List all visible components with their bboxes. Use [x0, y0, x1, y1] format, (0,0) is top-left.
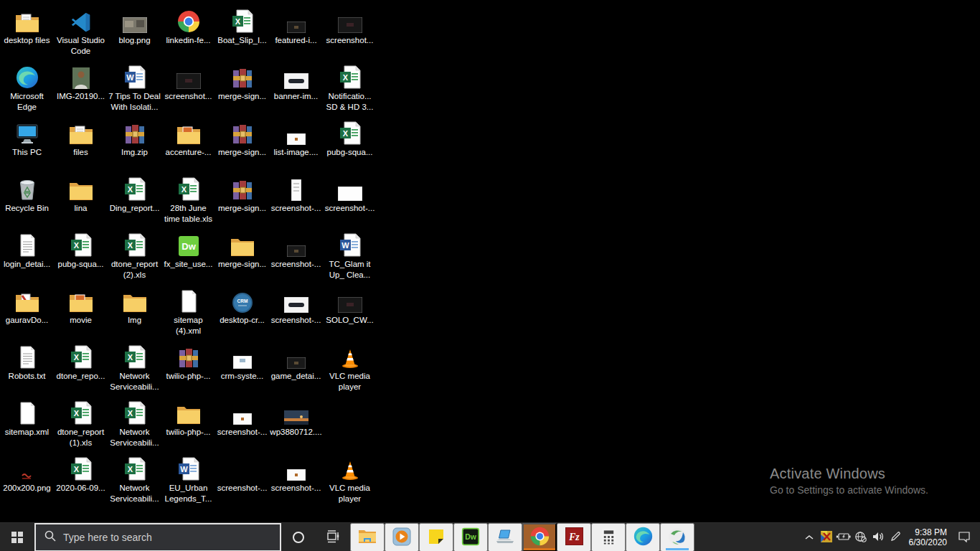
taskbar-app-cisco-anyconnect[interactable]: [660, 523, 694, 551]
desktop-icon[interactable]: Dwfx_site_use...: [161, 228, 215, 283]
tray-tray-app[interactable]: [818, 523, 835, 551]
desktop-icon[interactable]: sitemap (4).xml: [161, 284, 215, 339]
desktop-icon[interactable]: lina: [54, 172, 108, 227]
desktop-icon[interactable]: sitemap.xml: [0, 396, 54, 451]
taskbar-app-edge[interactable]: [626, 523, 660, 551]
desktop-icon[interactable]: XNetwork Serviceabili...: [108, 452, 161, 507]
desktop-icon[interactable]: featured-i...: [269, 4, 323, 60]
desktop-icon[interactable]: banner-im...: [269, 60, 323, 116]
desktop-icon-label: desktop files: [4, 35, 50, 46]
desktop-icon[interactable]: Xpubg-squa...: [54, 228, 108, 283]
desktop-icon[interactable]: screenshot-...: [215, 452, 269, 507]
search-box[interactable]: Type here to search: [34, 523, 281, 551]
desktop-icon[interactable]: IMG-20190...: [54, 60, 108, 116]
desktop-icon[interactable]: merge-sign...: [215, 228, 269, 283]
desktop-icon[interactable]: X2020-06-09...: [54, 452, 108, 507]
desktop-icon[interactable]: XBoat_Slip_I...: [215, 4, 269, 60]
desktop-icon[interactable]: W7 Tips To Deal With Isolati...: [108, 60, 161, 116]
desktop-icon[interactable]: Img.zip: [108, 116, 161, 171]
desktop-icon[interactable]: game_detai...: [269, 340, 323, 395]
desktop-icon-label: Network Serviceabili...: [108, 483, 161, 504]
tray-windows-ink[interactable]: [887, 523, 904, 551]
desktop-icon[interactable]: Microsoft Edge: [0, 60, 54, 116]
desktop-icon[interactable]: screenshot-...: [323, 172, 377, 227]
search-icon: [44, 530, 56, 545]
desktop-icon[interactable]: merge-sign...: [215, 60, 269, 116]
desktop-icon[interactable]: WTC_Glam it Up_ Clea...: [323, 228, 377, 283]
desktop-icon[interactable]: merge-sign...: [215, 116, 269, 171]
taskbar-app-chrome[interactable]: [522, 523, 557, 551]
desktop-icon[interactable]: VLC media player: [323, 452, 377, 507]
desktop-icon[interactable]: screenshot-...: [269, 284, 323, 339]
desktop-icon[interactable]: screenshot-...: [269, 452, 323, 507]
desktop-icon-label: Visual Studio Code: [54, 35, 108, 56]
action-center-button[interactable]: [950, 523, 979, 551]
desktop-icon[interactable]: Recycle Bin: [0, 172, 54, 227]
edge-icon: [633, 527, 653, 548]
tray-volume[interactable]: [870, 523, 887, 551]
svg-text:X: X: [73, 353, 79, 362]
desktop-icon[interactable]: wp3880712....: [269, 396, 323, 451]
cortana-button[interactable]: [281, 523, 316, 551]
desktop-icon[interactable]: XNetwork Serviceabili...: [108, 340, 161, 395]
taskbar-app-calculator[interactable]: [591, 523, 626, 551]
desktop-icon[interactable]: XNotificatio... SD & HD 3...: [323, 60, 377, 116]
desktop-icon[interactable]: XNetwork Serviceabili...: [108, 396, 161, 451]
desktop-icon[interactable]: Robots.txt: [0, 340, 54, 395]
task-view-button[interactable]: [316, 523, 350, 551]
desktop-icon[interactable]: login_detai...: [0, 228, 54, 283]
taskbar-app-windows-media-player[interactable]: [385, 523, 419, 551]
desktop-icon[interactable]: 200x200.png: [0, 452, 54, 507]
remote-pc-icon: [496, 529, 514, 547]
desktop-icon[interactable]: linkedin-fe...: [161, 4, 215, 60]
chrome-icon: [164, 4, 214, 33]
svg-text:Fz: Fz: [568, 532, 580, 542]
desktop-icon[interactable]: WEU_Urban Legends_T...: [161, 452, 215, 507]
desktop-icon-label: sitemap (4).xml: [161, 315, 215, 336]
desktop-icon[interactable]: list-image....: [269, 116, 323, 171]
desktop-icon[interactable]: Xdtone_report (2).xls: [108, 228, 161, 283]
tray-battery[interactable]: [835, 523, 852, 551]
taskbar-app-file-explorer[interactable]: [350, 523, 385, 551]
desktop-icon[interactable]: accenture-...: [161, 116, 215, 171]
taskbar-app-sticky-notes[interactable]: [419, 523, 453, 551]
desktop-icon-label: 2020-06-09...: [56, 483, 105, 494]
tray-hidden-icons-chevron[interactable]: [801, 523, 818, 551]
desktop-icon[interactable]: screenshot...: [323, 4, 377, 60]
desktop-icon[interactable]: crm-syste...: [215, 340, 269, 395]
img-dark-icon: [164, 60, 214, 89]
taskbar-app-remote-pc[interactable]: [488, 523, 522, 551]
desktop-icon[interactable]: This PC: [0, 116, 54, 171]
taskbar-clock[interactable]: 9:38 PM 6/30/2020: [904, 523, 950, 551]
desktop-icon[interactable]: twilio-php-...: [161, 396, 215, 451]
desktop-icon[interactable]: Xdtone_report (1).xls: [54, 396, 108, 451]
desktop-icon[interactable]: twilio-php-...: [161, 340, 215, 395]
desktop-icon[interactable]: blog.png: [108, 4, 161, 60]
taskbar-app-dreamweaver[interactable]: Dw: [453, 523, 488, 551]
desktop-icon[interactable]: screenshot-...: [269, 228, 323, 283]
desktop-icon[interactable]: screenshot-...: [269, 172, 323, 227]
desktop-icon[interactable]: Xpubg-squa...: [323, 116, 377, 171]
desktop-icon[interactable]: movie: [54, 284, 108, 339]
desktop-icon[interactable]: gauravDo...: [0, 284, 54, 339]
desktop-icon[interactable]: desktop files: [0, 4, 54, 60]
desktop-icon-label: IMG-20190...: [57, 91, 105, 102]
svg-text:X: X: [342, 129, 348, 138]
desktop-icon[interactable]: files: [54, 116, 108, 171]
desktop-icon[interactable]: Img: [108, 284, 161, 339]
desktop-icon[interactable]: screenshot-...: [215, 396, 269, 451]
chrome-icon: [530, 527, 550, 548]
start-button[interactable]: [0, 523, 34, 551]
desktop-icon[interactable]: XDing_report...: [108, 172, 161, 227]
desktop-icon[interactable]: merge-sign...: [215, 172, 269, 227]
desktop-icon[interactable]: X28th June time table.xls: [161, 172, 215, 227]
desktop-icon[interactable]: SOLO_CW...: [323, 284, 377, 339]
desktop-icon[interactable]: VLC media player: [323, 340, 377, 395]
desktop-icon[interactable]: screenshot...: [161, 60, 215, 116]
desktop-icon[interactable]: Visual Studio Code: [54, 4, 108, 60]
tray-network-no-internet[interactable]: [852, 523, 870, 551]
taskbar-app-filezilla[interactable]: Fz: [557, 523, 591, 551]
desktop-icon-label: list-image....: [274, 147, 319, 158]
desktop-icon[interactable]: Xdtone_repo...: [54, 340, 108, 395]
desktop-icon[interactable]: CRMdesktop-cr...: [215, 284, 269, 339]
